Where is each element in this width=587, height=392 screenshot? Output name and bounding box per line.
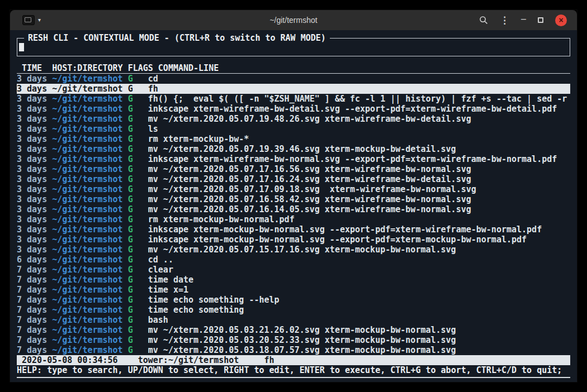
- history-row[interactable]: 3 days ~/git/termshot G mv ~/xterm.2020.…: [17, 174, 570, 184]
- history-row[interactable]: 3 days ~/git/termshot G mv ~/xterm.2020.…: [17, 114, 570, 124]
- restore-icon: [538, 17, 543, 23]
- search-input[interactable]: RESH CLI - CONTEXTUAL MODE - (CTRL+R to …: [17, 38, 570, 56]
- status-command: fh: [264, 355, 274, 365]
- history-row[interactable]: 3 days ~/git/termshot G cd: [17, 74, 570, 84]
- titlebar[interactable]: ▾ ~/git/termshot ⋮ – ×: [10, 10, 577, 30]
- search-box-title: RESH CLI - CONTEXTUAL MODE - (CTRL+R to …: [24, 33, 330, 43]
- status-bar: 2020-05-08 00:34:56 tower:~/git/termshot…: [17, 355, 570, 365]
- row-host: ~/git/termshot: [52, 285, 127, 295]
- window-title: ~/git/termshot: [269, 16, 317, 25]
- row-flags: G: [128, 174, 148, 184]
- history-row[interactable]: 7 days ~/git/termshot G clear: [17, 265, 570, 275]
- history-row[interactable]: 3 days ~/git/termshot G mv ~/xterm.2020.…: [17, 164, 570, 174]
- history-row[interactable]: 3 days ~/git/termshot G mv ~/xterm.2020.…: [17, 144, 570, 154]
- row-host: ~/git/termshot: [52, 184, 127, 194]
- row-flags: G: [128, 325, 148, 335]
- history-row[interactable]: 7 days ~/git/termshot G time echo someth…: [17, 295, 570, 305]
- row-time: 7 days: [17, 265, 52, 275]
- terminal-window: ▾ ~/git/termshot ⋮ – ×: [10, 10, 577, 382]
- history-row[interactable]: 3 days ~/git/termshot G mv ~/xterm.2020.…: [17, 204, 570, 214]
- row-flags: G: [128, 94, 148, 104]
- menu-kebab-icon[interactable]: ⋮: [500, 16, 509, 25]
- row-command: cd ..: [148, 255, 570, 265]
- row-flags: G: [128, 335, 148, 345]
- row-time: 7 days: [17, 345, 52, 355]
- row-host: ~/git/termshot: [52, 134, 127, 144]
- row-command: inkscape xterm-mockup-bw-normal.svg --ex…: [148, 224, 570, 235]
- row-host: ~/git/termshot: [52, 305, 127, 315]
- history-row[interactable]: 7 days ~/git/termshot G mv ~/xterm.2020.…: [17, 325, 570, 335]
- row-flags: G: [128, 104, 148, 114]
- chevron-down-icon[interactable]: ▾: [38, 17, 41, 23]
- row-host: ~/git/termshot: [52, 335, 127, 345]
- history-row[interactable]: 6 days ~/git/termshot G cd ..: [17, 255, 570, 265]
- row-time: 3 days: [17, 245, 52, 255]
- row-command: ls: [148, 124, 570, 134]
- row-command: mv ~/xterm.2020.05.07.15.17.16.svg xterm…: [148, 245, 570, 255]
- new-tab-button[interactable]: ▾: [22, 15, 41, 25]
- history-row[interactable]: 3 days ~/git/termshot G fh: [17, 84, 570, 94]
- row-time: 3 days: [17, 154, 52, 164]
- history-row[interactable]: 7 days ~/git/termshot G mv ~/xterm.2020.…: [17, 345, 570, 355]
- row-command: mv ~/xterm.2020.05.07.16.14.05.svg xterm…: [148, 204, 570, 214]
- header-flags: FLAGS: [128, 63, 158, 73]
- status-datetime: 2020-05-08 00:34:56: [22, 355, 118, 365]
- history-row[interactable]: 3 days ~/git/termshot G fh() {; eval $( …: [17, 94, 570, 104]
- header-host-directory: HOST:DIRECTORY: [52, 63, 127, 73]
- history-row[interactable]: 3 days ~/git/termshot G mv ~/xterm.2020.…: [17, 194, 570, 204]
- row-command: mv ~/xterm.2020.05.03.20.52.33.svg xterm…: [148, 335, 570, 345]
- search-icon[interactable]: [479, 16, 488, 25]
- row-flags: G: [128, 204, 148, 214]
- row-command: time x=1: [148, 285, 570, 295]
- history-row[interactable]: 3 days ~/git/termshot G inkscape xterm-m…: [17, 235, 570, 245]
- row-time: 7 days: [17, 275, 52, 285]
- history-row[interactable]: 7 days ~/git/termshot G mv ~/xterm.2020.…: [17, 335, 570, 345]
- row-host: ~/git/termshot: [52, 275, 127, 285]
- close-button[interactable]: ×: [555, 15, 567, 26]
- row-host: ~/git/termshot: [52, 114, 127, 124]
- row-command: time echo something --help: [148, 295, 570, 305]
- row-flags: G: [128, 84, 148, 94]
- row-host: ~/git/termshot: [52, 74, 127, 84]
- history-row[interactable]: 3 days ~/git/termshot G ls: [17, 124, 570, 134]
- row-time: 7 days: [17, 295, 52, 305]
- history-row[interactable]: 3 days ~/git/termshot G rm xterm-mockup-…: [17, 214, 570, 224]
- row-command: time echo something: [148, 305, 570, 315]
- row-flags: G: [128, 275, 148, 285]
- row-time: 3 days: [17, 174, 52, 184]
- row-time: 3 days: [17, 184, 52, 194]
- history-row[interactable]: 3 days ~/git/termshot G inkscape xterm-m…: [17, 224, 570, 235]
- history-row[interactable]: 7 days ~/git/termshot G bash: [17, 315, 570, 325]
- row-flags: G: [128, 74, 148, 84]
- row-flags: G: [128, 235, 148, 245]
- row-host: ~/git/termshot: [52, 265, 127, 275]
- history-row[interactable]: 7 days ~/git/termshot G time echo someth…: [17, 305, 570, 315]
- row-time: 6 days: [17, 255, 52, 265]
- row-flags: G: [128, 265, 148, 275]
- history-row[interactable]: 7 days ~/git/termshot G time date: [17, 275, 570, 285]
- row-host: ~/git/termshot: [52, 245, 127, 255]
- row-host: ~/git/termshot: [52, 325, 127, 335]
- row-time: 3 days: [17, 235, 52, 245]
- row-host: ~/git/termshot: [52, 345, 127, 355]
- row-flags: G: [128, 154, 148, 164]
- history-row[interactable]: 3 days ~/git/termshot G mv ~/xterm.2020.…: [17, 184, 570, 194]
- row-flags: G: [128, 134, 148, 144]
- minimize-button[interactable]: –: [521, 15, 526, 23]
- row-flags: G: [128, 295, 148, 305]
- status-host-directory: tower:~/git/termshot: [138, 355, 239, 365]
- history-row[interactable]: 3 days ~/git/termshot G mv ~/xterm.2020.…: [17, 245, 570, 255]
- row-command: inkscape xterm-mockup-bw-normal.svg --ex…: [148, 235, 570, 245]
- history-row[interactable]: 3 days ~/git/termshot G rm xterm-mockup-…: [17, 134, 570, 144]
- history-row[interactable]: 7 days ~/git/termshot G time x=1: [17, 285, 570, 295]
- row-command: cd: [148, 74, 570, 84]
- history-row[interactable]: 3 days ~/git/termshot G inkscape xterm-w…: [17, 104, 570, 114]
- row-host: ~/git/termshot: [52, 124, 127, 134]
- row-host: ~/git/termshot: [52, 154, 127, 164]
- row-host: ~/git/termshot: [52, 295, 127, 305]
- history-row[interactable]: 3 days ~/git/termshot G inkscape xterm-w…: [17, 154, 570, 164]
- row-flags: G: [128, 255, 148, 265]
- restore-button[interactable]: [538, 17, 543, 23]
- row-flags: G: [128, 315, 148, 325]
- row-flags: G: [128, 345, 148, 355]
